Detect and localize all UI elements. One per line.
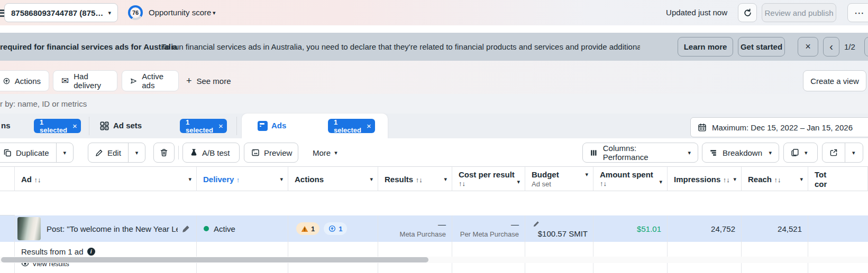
insight-badge[interactable]: 1: [324, 222, 347, 235]
learn-more-button[interactable]: Learn more: [678, 37, 733, 57]
edit-button[interactable]: Edit: [88, 143, 128, 162]
chevron-down-icon: ▾: [769, 150, 772, 156]
checkbox-column-header[interactable]: [0, 167, 15, 191]
export-icon: [829, 148, 838, 157]
export-button[interactable]: [823, 143, 845, 162]
search-placeholder: r by: name, ID or metrics: [0, 99, 87, 108]
refresh-button[interactable]: [738, 3, 757, 22]
get-started-button[interactable]: Get started: [738, 37, 785, 57]
edit-ad-name-icon[interactable]: [182, 225, 190, 233]
filter-chip-actions[interactable]: Actions: [0, 70, 49, 91]
warning-badge[interactable]: 1: [296, 222, 319, 235]
see-more-button[interactable]: + See more: [186, 70, 231, 91]
column-header-ad[interactable]: Ad ↑↓ ▾: [15, 167, 197, 191]
horizontal-scrollbar-track[interactable]: [0, 257, 868, 263]
search-bar[interactable]: r by: name, ID or metrics: [0, 94, 868, 114]
top-bar: 875868093744787 (875… ▾ 76 Opportunity s…: [0, 0, 868, 25]
tab-campaigns[interactable]: ns: [1, 121, 11, 130]
banner-title: required for financial services ads for …: [0, 42, 177, 51]
horizontal-scrollbar-thumb[interactable]: [1, 257, 428, 262]
banner-next-button[interactable]: [864, 37, 868, 57]
breakdown-button[interactable]: Breakdown ▾: [702, 143, 779, 163]
review-and-publish-button[interactable]: Review and publish: [762, 3, 836, 22]
ad-name[interactable]: Post: "To welcome in the New Year Let …: [47, 224, 178, 233]
chevron-down-icon[interactable]: ▾: [444, 176, 447, 183]
column-header-delivery[interactable]: Delivery ↑ ▾: [197, 167, 288, 191]
chevron-down-icon[interactable]: ▾: [370, 176, 373, 183]
sort-icon[interactable]: ↑↓: [723, 176, 730, 184]
reports-button[interactable]: ▾: [783, 143, 818, 163]
close-icon[interactable]: ×: [218, 121, 223, 130]
chevron-down-icon[interactable]: ▾: [585, 171, 588, 178]
column-header-total-truncated[interactable]: Tot cor: [808, 167, 868, 191]
date-range-selector[interactable]: Maximum: Dec 15, 2022 – Jan 15, 2026: [690, 117, 868, 137]
edit-options-button[interactable]: ▾: [128, 143, 145, 162]
filter-chip-had-delivery[interactable]: ✉ Had delivery: [53, 70, 117, 91]
column-header-budget[interactable]: Budget Ad set ▾: [525, 167, 593, 191]
ad-cell[interactable]: Post: "To welcome in the New Year Let …: [15, 215, 197, 242]
filter-chip-active-ads[interactable]: Active ads: [122, 70, 179, 91]
delete-button[interactable]: [153, 143, 175, 163]
opportunity-score-ring[interactable]: 76: [128, 5, 143, 20]
sort-icon[interactable]: ↑↓: [600, 180, 662, 187]
tab-ad-sets[interactable]: Ad sets: [113, 121, 142, 130]
reach-value: 24,521: [778, 224, 802, 233]
create-a-view-button[interactable]: Create a view: [803, 70, 866, 91]
ad-sets-selected-pill[interactable]: 1 selected ×: [180, 119, 227, 133]
more-options-button[interactable]: ⋯: [847, 3, 868, 22]
more-menu-button[interactable]: More ▾: [313, 143, 337, 163]
sort-icon[interactable]: ↑↓: [416, 176, 423, 184]
column-header-actions[interactable]: Actions ▾: [288, 167, 378, 191]
chevron-down-icon[interactable]: ▾: [188, 176, 191, 183]
ellipsis-icon: ⋯: [854, 7, 865, 19]
chevron-down-icon[interactable]: ▾: [800, 176, 803, 183]
banner-close-button[interactable]: ×: [798, 37, 818, 57]
columns-button[interactable]: Columns: Performance ▾: [582, 143, 698, 163]
column-header-reach[interactable]: Reach ↑↓ ▾: [742, 167, 808, 191]
banner-previous-button[interactable]: ‹: [823, 37, 839, 57]
insight-count: 1: [339, 225, 342, 233]
envelope-icon: ✉: [61, 76, 69, 87]
chevron-down-icon[interactable]: ▾: [733, 176, 736, 183]
sort-icon[interactable]: ↑↓: [774, 176, 781, 184]
sort-up-icon[interactable]: ↑: [236, 176, 240, 184]
budget-cell[interactable]: $100.57 SMIT: [525, 215, 593, 242]
banner-pager: 1/2: [844, 42, 855, 51]
table-row[interactable]: Post: "To welcome in the New Year Let … …: [0, 215, 868, 242]
row-checkbox-cell[interactable]: [0, 215, 15, 242]
ab-test-button[interactable]: A/B test: [182, 143, 240, 163]
info-icon[interactable]: i: [87, 248, 95, 256]
ads-selected-pill[interactable]: 1 selected ×: [328, 119, 375, 133]
chevron-down-icon[interactable]: ▾: [280, 176, 283, 183]
edit-split-button: Edit ▾: [88, 143, 145, 163]
total-cell: [808, 215, 868, 242]
warning-count: 1: [311, 225, 315, 233]
edit-budget-icon[interactable]: [533, 220, 540, 228]
preview-button[interactable]: Preview: [244, 143, 298, 163]
duplicate-options-button[interactable]: ▾: [56, 143, 74, 162]
duplicate-split-button: Duplicate ▾: [0, 143, 74, 163]
account-selector[interactable]: 875868093744787 (875… ▾: [4, 3, 118, 22]
chevron-down-icon[interactable]: ▾: [213, 10, 216, 16]
actions-cell: 1 1: [288, 215, 378, 242]
table-header-row: Ad ↑↓ ▾ Delivery ↑ ▾ Actions ▾ Results ↑…: [0, 167, 868, 215]
create-a-view-label: Create a view: [810, 77, 859, 86]
chevron-down-icon[interactable]: ▾: [517, 178, 520, 185]
columns-icon: [590, 149, 598, 157]
column-header-amount-spent[interactable]: Amount spent ↑↓ ▾: [593, 167, 668, 191]
campaigns-selected-pill[interactable]: 1 selected ×: [34, 119, 81, 133]
sort-icon[interactable]: ↑↓: [459, 180, 519, 187]
column-header-cost-per-result[interactable]: Cost per result ↑↓ ▾: [452, 167, 525, 191]
tab-ads-active[interactable]: Ads 1 selected ×: [242, 114, 388, 138]
cost-per-result-cell: — Per Meta Purchase: [452, 215, 525, 242]
chevron-down-icon[interactable]: ▾: [659, 178, 662, 185]
export-options-button[interactable]: ▾: [845, 143, 862, 162]
duplicate-button[interactable]: Duplicate: [0, 143, 56, 162]
close-icon[interactable]: ×: [72, 121, 77, 130]
column-header-results[interactable]: Results ↑↓ ▾: [378, 167, 452, 191]
close-icon[interactable]: ×: [367, 121, 371, 130]
ads-icon: [258, 121, 268, 131]
sort-icon[interactable]: ↑↓: [34, 176, 41, 184]
duplicate-icon: [3, 148, 12, 157]
column-header-impressions[interactable]: Impressions ↑↓ ▾: [668, 167, 742, 191]
